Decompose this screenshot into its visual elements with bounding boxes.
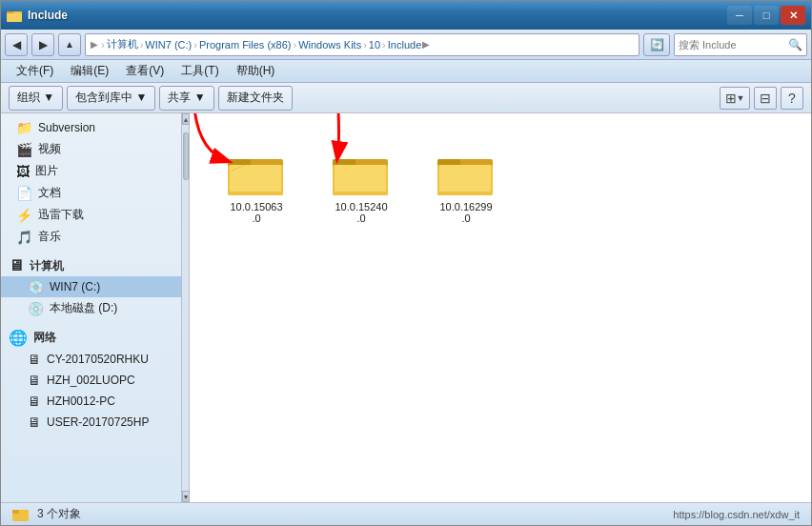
folder-item-2[interactable]: 10.0.16299 .0 bbox=[428, 152, 504, 226]
breadcrumb-computer[interactable]: 计算机 bbox=[107, 37, 138, 51]
hzh002-icon: 🖥 bbox=[28, 373, 41, 388]
folder-item-1[interactable]: 10.0.15240 .0 bbox=[323, 152, 399, 226]
back-button[interactable]: ◀ bbox=[5, 33, 28, 56]
computer-section-icon: 🖥 bbox=[9, 257, 24, 274]
folder-icon-1 bbox=[333, 152, 390, 199]
menu-file[interactable]: 文件(F) bbox=[9, 61, 61, 81]
up-button[interactable]: ▲ bbox=[58, 33, 81, 56]
address-bar-area: ◀ ▶ ▲ ▶ › 计算机 › WIN7 (C:) › Program File… bbox=[1, 30, 811, 60]
scroll-up-button[interactable]: ▲ bbox=[182, 113, 190, 125]
sidebar-item-music[interactable]: 🎵 音乐 bbox=[1, 226, 181, 248]
video-icon: 🎬 bbox=[16, 142, 32, 157]
sidebar-item-subversion[interactable]: 📁 Subversion bbox=[1, 117, 181, 138]
title-bar-controls: ─ □ ✕ bbox=[727, 6, 805, 25]
breadcrumb-include[interactable]: Include bbox=[388, 39, 421, 51]
organize-label: 组织 ▼ bbox=[17, 90, 54, 106]
scroll-down-button[interactable]: ▼ bbox=[182, 491, 190, 502]
hzh0012-icon: 🖥 bbox=[28, 394, 41, 409]
sidebar-label-pictures: 图片 bbox=[35, 163, 58, 179]
status-bar: 3 个对象 https://blog.csdn.net/xdw_it bbox=[1, 502, 811, 525]
sidebar-label-music: 音乐 bbox=[38, 229, 61, 245]
sidebar-item-video[interactable]: 🎬 视频 bbox=[1, 138, 181, 160]
view-toggle-button[interactable]: ⊞ ▼ bbox=[720, 87, 750, 110]
sidebar-label-hzh002: HZH_002LUOPC bbox=[47, 374, 135, 387]
forward-button[interactable]: ▶ bbox=[31, 33, 54, 56]
maximize-button[interactable]: □ bbox=[754, 6, 779, 25]
breadcrumb-root-arrow: ▶ bbox=[91, 39, 98, 50]
win7c-icon: 💿 bbox=[28, 279, 44, 294]
search-input[interactable] bbox=[679, 39, 784, 51]
scroll-thumb[interactable] bbox=[183, 132, 189, 180]
svg-rect-6 bbox=[230, 165, 281, 192]
computer-section-label: 计算机 bbox=[30, 258, 64, 274]
pane-button[interactable]: ⊟ bbox=[754, 87, 777, 110]
user-icon: 🖥 bbox=[28, 415, 41, 430]
sidebar-item-local-d[interactable]: 💿 本地磁盘 (D:) bbox=[1, 297, 181, 319]
network-section-icon: 🌐 bbox=[9, 329, 28, 347]
breadcrumb[interactable]: ▶ › 计算机 › WIN7 (C:) › Program Files (x86… bbox=[85, 33, 639, 56]
svg-rect-11 bbox=[335, 165, 386, 192]
music-icon: 🎵 bbox=[16, 230, 32, 245]
breadcrumb-windowskits[interactable]: Windows Kits bbox=[298, 39, 361, 51]
title-bar: Include ─ □ ✕ bbox=[1, 1, 811, 30]
search-icon[interactable]: 🔍 bbox=[788, 38, 802, 51]
folder-item-0[interactable]: 10.0.15063 .0 bbox=[218, 152, 294, 226]
breadcrumb-10[interactable]: 10 bbox=[369, 39, 380, 51]
sidebar-item-thunder[interactable]: ⚡ 迅雷下载 bbox=[1, 204, 181, 226]
include-button[interactable]: 包含到库中 ▼ bbox=[67, 86, 155, 111]
sidebar-scrollbar[interactable]: ▲ ▼ bbox=[182, 113, 190, 502]
sidebar-label-hzh0012: HZH0012-PC bbox=[47, 394, 115, 408]
sidebar-item-pictures[interactable]: 🖼 图片 bbox=[1, 160, 181, 182]
sidebar: 📁 Subversion 🎬 视频 🖼 图片 📄 文档 ⚡ 迅雷下载 🎵 bbox=[1, 113, 182, 502]
sidebar-label-documents: 文档 bbox=[38, 185, 61, 201]
sidebar-label-video: 视频 bbox=[38, 141, 61, 157]
sidebar-item-user[interactable]: 🖥 USER-20170725HP bbox=[1, 412, 181, 433]
organize-button[interactable]: 组织 ▼ bbox=[9, 86, 63, 111]
sidebar-label-win7c: WIN7 (C:) bbox=[50, 280, 100, 293]
close-button[interactable]: ✕ bbox=[781, 6, 805, 25]
sidebar-item-hzh002[interactable]: 🖥 HZH_002LUOPC bbox=[1, 370, 181, 391]
title-bar-left: Include bbox=[7, 8, 68, 23]
menu-tools[interactable]: 工具(T) bbox=[173, 61, 226, 81]
explorer-window: Include ─ □ ✕ ◀ ▶ ▲ ▶ › 计算机 › WIN7 (C:) … bbox=[0, 0, 812, 526]
newfolder-label: 新建文件夹 bbox=[227, 90, 284, 106]
menu-help[interactable]: 帮助(H) bbox=[229, 61, 283, 81]
include-label: 包含到库中 ▼ bbox=[75, 90, 147, 106]
sidebar-section-computer[interactable]: 🖥 计算机 bbox=[1, 255, 181, 276]
sidebar-label-user: USER-20170725HP bbox=[47, 415, 149, 429]
refresh-button[interactable]: 🔄 bbox=[643, 33, 670, 56]
main-content: 📁 Subversion 🎬 视频 🖼 图片 📄 文档 ⚡ 迅雷下载 🎵 bbox=[1, 113, 811, 502]
network-section-label: 网络 bbox=[33, 330, 56, 346]
toolbar-right: ⊞ ▼ ⊟ ? bbox=[720, 87, 803, 110]
minimize-button[interactable]: ─ bbox=[727, 6, 752, 25]
breadcrumb-drive[interactable]: WIN7 (C:) bbox=[145, 39, 192, 51]
folder-name-2: 10.0.16299 .0 bbox=[436, 199, 495, 226]
sidebar-label-local-d: 本地磁盘 (D:) bbox=[50, 300, 117, 316]
sidebar-item-hzh0012[interactable]: 🖥 HZH0012-PC bbox=[1, 391, 181, 412]
folder-icon-2 bbox=[437, 152, 495, 199]
thunder-icon: ⚡ bbox=[16, 208, 32, 223]
breadcrumb-end-arrow: ▶ bbox=[422, 39, 430, 50]
search-box: 🔍 bbox=[674, 33, 807, 56]
svg-rect-17 bbox=[12, 510, 19, 514]
view-grid-icon: ⊞ bbox=[725, 91, 737, 106]
sidebar-label-subversion: Subversion bbox=[38, 121, 95, 134]
menu-edit[interactable]: 编辑(E) bbox=[63, 61, 116, 81]
breadcrumb-programfiles[interactable]: Program Files (x86) bbox=[199, 39, 292, 51]
status-count: 3 个对象 bbox=[37, 506, 81, 522]
newfolder-button[interactable]: 新建文件夹 bbox=[218, 86, 293, 111]
svg-rect-2 bbox=[7, 13, 22, 22]
sidebar-item-win7c[interactable]: 💿 WIN7 (C:) bbox=[1, 276, 181, 297]
cy-icon: 🖥 bbox=[28, 352, 41, 367]
help-button[interactable]: ? bbox=[781, 87, 803, 110]
pictures-icon: 🖼 bbox=[16, 164, 30, 179]
documents-icon: 📄 bbox=[16, 186, 32, 201]
menu-view[interactable]: 查看(V) bbox=[118, 61, 172, 81]
sidebar-section-network[interactable]: 🌐 网络 bbox=[1, 327, 181, 349]
sidebar-item-cy[interactable]: 🖥 CY-20170520RHKU bbox=[1, 349, 181, 370]
title-bar-folder-icon bbox=[7, 8, 22, 23]
menu-bar: 文件(F) 编辑(E) 查看(V) 工具(T) 帮助(H) bbox=[1, 60, 811, 83]
folder-name-0: 10.0.15063 .0 bbox=[227, 199, 285, 226]
share-button[interactable]: 共享 ▼ bbox=[159, 86, 213, 111]
sidebar-item-documents[interactable]: 📄 文档 bbox=[1, 182, 181, 204]
